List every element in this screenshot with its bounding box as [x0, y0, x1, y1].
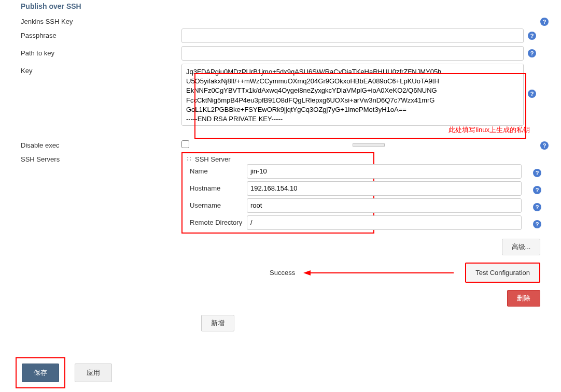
label-path-to-key: Path to key — [5, 46, 181, 57]
help-icon[interactable]: ? — [540, 18, 549, 26]
help-icon[interactable]: ? — [528, 49, 536, 57]
save-button[interactable]: 保存 — [22, 364, 59, 382]
label-hostname: Hostname — [187, 184, 249, 192]
advanced-button[interactable]: 高级... — [502, 239, 540, 255]
hostname-input[interactable] — [247, 181, 522, 196]
label-username: Username — [187, 201, 249, 209]
label-ssh-servers: SSH Servers — [5, 152, 181, 163]
label-key: Key — [5, 64, 181, 75]
remote-directory-input[interactable] — [247, 215, 522, 230]
svg-marker-1 — [303, 270, 311, 275]
label-name: Name — [187, 167, 249, 175]
section-title: Publish over SSH — [5, 0, 556, 14]
label-disable-exec: Disable exec — [5, 138, 181, 149]
help-icon[interactable]: ? — [533, 220, 541, 228]
username-input[interactable] — [247, 198, 522, 213]
passphrase-input[interactable] — [181, 28, 524, 43]
annotation-key-note: 此处填写linux上生成的私钥 — [448, 125, 530, 135]
ssh-server-block: SSH Server Name ? Hostname ? Username ? — [181, 152, 374, 234]
help-icon[interactable]: ? — [528, 32, 536, 40]
ssh-server-title: SSH Server — [195, 155, 231, 163]
arrow-annotation — [303, 268, 454, 278]
annotation-box-save: 保存 — [16, 357, 65, 388]
key-textarea[interactable] — [181, 64, 524, 126]
test-configuration-button[interactable]: Test Configuration — [465, 263, 540, 283]
help-icon[interactable]: ? — [533, 203, 541, 211]
help-icon[interactable]: ? — [528, 90, 536, 98]
delete-button[interactable]: 删除 — [507, 290, 540, 307]
path-to-key-input[interactable] — [181, 46, 524, 61]
help-icon[interactable]: ? — [540, 141, 549, 150]
help-icon[interactable]: ? — [533, 186, 541, 194]
grip-icon[interactable] — [187, 157, 192, 162]
add-button[interactable]: 新增 — [201, 315, 234, 331]
label-remote-directory: Remote Directory — [187, 219, 249, 226]
name-input[interactable] — [247, 164, 522, 179]
apply-button[interactable]: 应用 — [75, 364, 112, 382]
disable-exec-checkbox[interactable] — [181, 140, 189, 148]
label-passphrase: Passphrase — [5, 28, 181, 39]
status-success: Success — [270, 269, 295, 277]
help-icon[interactable]: ? — [533, 169, 541, 177]
label-jenkins-ssh-key: Jenkins SSH Key — [5, 14, 181, 25]
